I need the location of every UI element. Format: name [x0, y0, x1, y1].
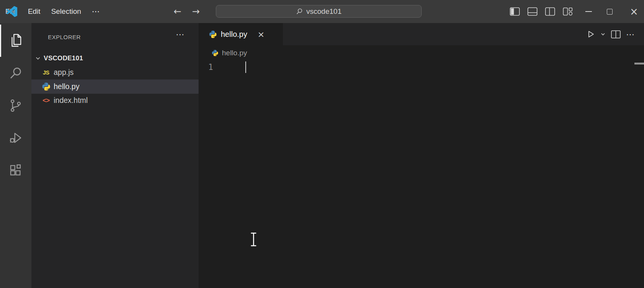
- editor-group: hello.py × ⋯ hello.py 1: [199, 23, 644, 288]
- explorer-title: EXPLORER: [48, 34, 81, 40]
- editor-more-actions-icon[interactable]: ⋯: [626, 30, 635, 39]
- minimize-icon: [585, 11, 592, 12]
- html-file-icon: <>: [43, 97, 49, 104]
- chevron-down-icon: [35, 55, 41, 61]
- go-back-icon[interactable]: ←: [171, 0, 184, 23]
- run-options-chevron-icon[interactable]: [600, 31, 606, 37]
- run-python-file-icon[interactable]: [586, 30, 595, 38]
- window-close-button[interactable]: ×: [626, 0, 642, 23]
- javascript-file-icon: JS: [43, 70, 49, 76]
- customize-layout-icon[interactable]: [563, 7, 573, 16]
- go-forward-icon[interactable]: →: [190, 0, 202, 23]
- code-editor[interactable]: 1: [199, 60, 644, 288]
- menu-more-icon[interactable]: ⋯: [87, 0, 106, 23]
- vscode-logo-icon: [7, 6, 17, 17]
- files-icon: [8, 33, 23, 48]
- tab-hellopy[interactable]: hello.py ×: [199, 23, 283, 45]
- code-line-1: 1: [199, 60, 644, 74]
- file-name: hello.py: [54, 82, 79, 91]
- folder-name: VSCODE101: [44, 55, 83, 62]
- text-caret: [245, 61, 246, 73]
- activity-explorer-button[interactable]: [0, 24, 31, 57]
- maximize-icon: [607, 9, 613, 15]
- tab-close-icon[interactable]: ×: [256, 29, 266, 40]
- activity-bar: [0, 23, 31, 288]
- activity-search-button[interactable]: [0, 57, 31, 90]
- search-icon: [296, 8, 303, 15]
- git-branch-icon: [8, 98, 23, 113]
- breadcrumb[interactable]: hello.py: [199, 45, 644, 60]
- editor-actions: ⋯: [586, 23, 635, 45]
- split-editor-icon[interactable]: [611, 30, 621, 38]
- tab-label: hello.py: [221, 30, 247, 39]
- file-name: app.js: [54, 68, 74, 77]
- folder-row-vscode101[interactable]: VSCODE101: [31, 51, 199, 65]
- python-file-icon: [42, 82, 51, 91]
- search-icon: [8, 66, 23, 81]
- extensions-icon: [8, 163, 23, 177]
- python-file-icon: [212, 50, 219, 56]
- title-bar: File Edit Selection ⋯ ← → vscode101 ×: [0, 0, 644, 23]
- file-row-indexhtml[interactable]: <> index.html: [31, 93, 199, 108]
- overview-ruler-mark: [634, 63, 644, 65]
- activity-run-debug-button[interactable]: [0, 121, 31, 154]
- file-name: index.html: [54, 96, 88, 105]
- explorer-more-actions-icon[interactable]: ⋯: [172, 28, 188, 40]
- file-row-appjs[interactable]: JS app.js: [31, 65, 199, 79]
- tab-bar: hello.py × ⋯: [199, 23, 644, 45]
- line-number: 1: [199, 63, 213, 72]
- toggle-panel-icon[interactable]: [527, 7, 537, 16]
- menu-edit[interactable]: Edit: [23, 0, 46, 23]
- command-center-search[interactable]: vscode101: [216, 5, 422, 18]
- toggle-primary-sidebar-icon[interactable]: [510, 7, 520, 16]
- menu-selection[interactable]: Selection: [46, 0, 86, 23]
- activity-extensions-button[interactable]: [0, 154, 31, 187]
- file-row-hellopy[interactable]: hello.py: [31, 79, 199, 94]
- breadcrumb-label: hello.py: [222, 49, 247, 57]
- python-file-icon: [209, 30, 217, 38]
- activity-source-control-button[interactable]: [0, 89, 31, 122]
- search-value: vscode101: [306, 7, 342, 16]
- run-and-debug-icon: [8, 131, 23, 145]
- explorer-sidebar: EXPLORER ⋯ VSCODE101 JS app.js hello.py …: [31, 23, 199, 288]
- toggle-secondary-sidebar-icon[interactable]: [545, 7, 555, 16]
